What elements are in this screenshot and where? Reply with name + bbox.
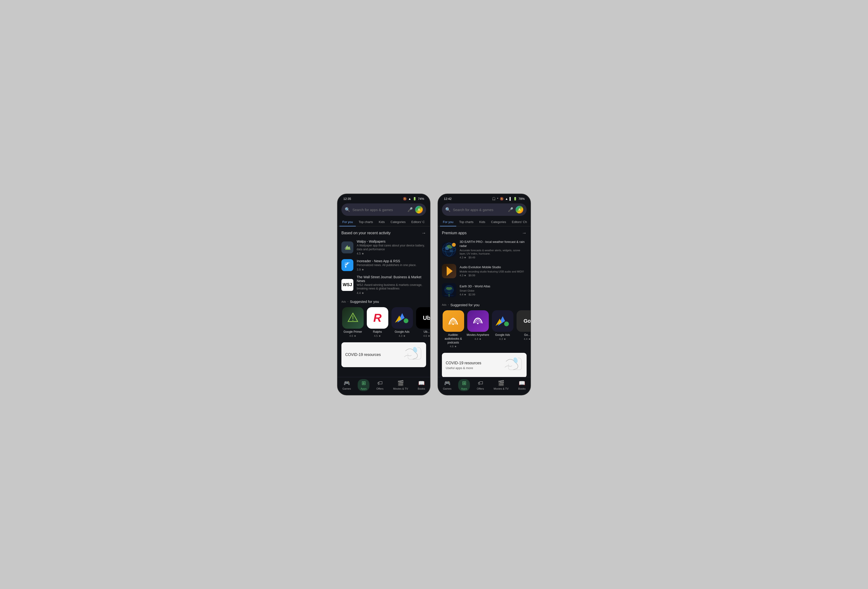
tab-kids-1[interactable]: Kids bbox=[376, 218, 388, 226]
svg-point-21 bbox=[452, 323, 454, 325]
nav-games-label-2: Games bbox=[443, 387, 451, 390]
tab-editors-1[interactable]: Editors' C bbox=[408, 218, 428, 226]
list-item[interactable]: WSJ The Wall Street Journal: Business & … bbox=[338, 273, 430, 297]
suggested-apps-1: Google Primer 4.6 ★ R Ralphs 4.5 ★ bbox=[338, 305, 430, 340]
status-bar-2: 12:42 🎧 * 🔕 ▲ ▌ 🔋 78% bbox=[438, 194, 530, 202]
svg-point-13 bbox=[450, 249, 452, 252]
nav-games-label-1: Games bbox=[342, 387, 351, 390]
mic-icon-2[interactable]: 🎤 bbox=[508, 207, 513, 212]
nav-movies-label-2: Movies & TV bbox=[494, 387, 508, 390]
ralphs-rating: 4.5 ★ bbox=[374, 334, 381, 337]
search-input-2[interactable] bbox=[453, 208, 506, 212]
list-item[interactable]: Ub Ub... 4.6 ★ bbox=[415, 307, 430, 337]
tab-editors-2[interactable]: Editors' Ch bbox=[509, 218, 530, 226]
uber-rating: 4.6 ★ bbox=[423, 334, 430, 337]
wsj-desc: WSJ: Award-winning business & markets co… bbox=[357, 283, 426, 291]
list-item[interactable]: Movies Anywhere 4.4 ★ bbox=[466, 310, 489, 348]
nav-books-label-1: Books bbox=[418, 387, 425, 390]
tab-foryou-1[interactable]: For you bbox=[340, 218, 356, 226]
search-bar-1[interactable]: 🔍 🎤 A bbox=[341, 203, 426, 216]
earth3dpro-name: 3D EARTH PRO - local weather forecast & … bbox=[460, 240, 527, 248]
avatar-1[interactable]: A bbox=[415, 206, 423, 214]
nav-apps-1[interactable]: ⊞ Apps bbox=[358, 379, 369, 391]
earth3dpro-rating: 4.3 ★ $9.49 bbox=[460, 256, 527, 259]
nav-apps-2[interactable]: ⊞ Apps bbox=[458, 379, 470, 391]
moviesanywhere-name: Movies Anywhere bbox=[466, 333, 489, 337]
wsj-info: The Wall Street Journal: Business & Mark… bbox=[357, 275, 426, 295]
ads-label-1: Ads · Suggested for you bbox=[338, 297, 430, 305]
recent-arrow[interactable]: → bbox=[421, 230, 426, 236]
nav-offers-2[interactable]: 🏷 Offers bbox=[474, 379, 487, 391]
covid-card-2[interactable]: COVID-19 resources Useful apps & more bbox=[442, 353, 527, 377]
earth3dpro-info: 3D EARTH PRO - local weather forecast & … bbox=[460, 240, 527, 259]
audible-icon bbox=[443, 310, 464, 332]
nav-movies-label-1: Movies & TV bbox=[393, 387, 408, 390]
list-item[interactable]: Google Ads 4.3 ★ bbox=[491, 310, 514, 348]
walpy-icon bbox=[341, 241, 353, 253]
premium-arrow[interactable]: → bbox=[522, 230, 527, 236]
earth3d-desc: Smart Globe bbox=[460, 289, 527, 292]
nav-games-1[interactable]: 🎮 Games bbox=[340, 379, 354, 391]
scroll-content-1: Based on your recent activity → Walpy - … bbox=[338, 226, 430, 377]
premium-section-header: Premium apps → bbox=[438, 226, 530, 238]
star-icon: ★ bbox=[362, 268, 364, 271]
search-bar-2[interactable]: 🔍 🎤 A bbox=[442, 203, 527, 216]
status-icons-2: 🎧 * 🔕 ▲ ▌ 🔋 78% bbox=[492, 197, 525, 200]
covid-card-1[interactable]: COVID-19 resources bbox=[341, 342, 426, 367]
svg-point-24 bbox=[504, 321, 509, 326]
battery-pct-2: 78% bbox=[518, 197, 525, 200]
search-input-1[interactable] bbox=[353, 208, 405, 212]
nav-books-2[interactable]: 📖 Books bbox=[515, 379, 528, 391]
movies-icon: 🎬 bbox=[397, 380, 404, 386]
list-item[interactable]: Earth 3D - World Atlas Smart Globe 4.4 ★… bbox=[438, 281, 530, 300]
list-item[interactable]: R Ralphs 4.5 ★ bbox=[366, 307, 389, 337]
nav-offers-1[interactable]: 🏷 Offers bbox=[373, 379, 387, 391]
covid-title-2: COVID-19 resources bbox=[446, 361, 481, 365]
googleads2-rating: 4.3 ★ bbox=[499, 337, 506, 341]
tab-foryou-2[interactable]: For you bbox=[440, 218, 456, 226]
list-item[interactable]: Go Go... 4.4 ★ bbox=[516, 310, 530, 348]
audioevo-rating: 4.3 ★ $9.99 bbox=[460, 274, 527, 277]
go-name: Go... bbox=[524, 333, 530, 337]
covid-sub-2: Useful apps & more bbox=[446, 366, 481, 370]
list-item[interactable]: 3D EARTH PRO - local weather forecast & … bbox=[438, 238, 530, 262]
tab-topcharts-1[interactable]: Top charts bbox=[356, 218, 376, 226]
tab-categories-1[interactable]: Categories bbox=[388, 218, 408, 226]
list-item[interactable]: Walpy - Wallpapers A Wallpaper app that … bbox=[338, 238, 430, 257]
time-2: 12:42 bbox=[444, 197, 452, 200]
phones-container: 12:35 🔕 ▲ 🔋 74% 🔍 🎤 A For you Top charts… bbox=[337, 194, 531, 395]
audioevo-name: Audio Evolution Mobile Studio bbox=[460, 265, 527, 269]
earth3d-name: Earth 3D - World Atlas bbox=[460, 284, 527, 289]
nav-offers-label-2: Offers bbox=[477, 387, 484, 390]
tab-topcharts-2[interactable]: Top charts bbox=[456, 218, 476, 226]
walpy-name: Walpy - Wallpapers bbox=[357, 240, 426, 243]
phone-1: 12:35 🔕 ▲ 🔋 74% 🔍 🎤 A For you Top charts… bbox=[337, 194, 430, 395]
wsj-rating: 4.4 ★ bbox=[357, 292, 426, 295]
tab-kids-2[interactable]: Kids bbox=[476, 218, 488, 226]
books-icon-2: 📖 bbox=[519, 380, 525, 386]
nav-movies-1[interactable]: 🎬 Movies & TV bbox=[390, 379, 411, 391]
battery-icon-2: 🔋 bbox=[513, 197, 517, 200]
earth3dpro-icon bbox=[442, 242, 456, 257]
nav-books-1[interactable]: 📖 Books bbox=[415, 379, 428, 391]
tab-categories-2[interactable]: Categories bbox=[488, 218, 509, 226]
list-item[interactable]: Audio Evolution Mobile Studio Mobile rec… bbox=[438, 262, 530, 281]
earth3dpro-desc: Accurate forecasts & weather alerts, wid… bbox=[460, 249, 527, 256]
list-item[interactable]: Inoreader - News App & RSS Personalized … bbox=[338, 257, 430, 273]
tabs-2: For you Top charts Kids Categories Edito… bbox=[438, 218, 530, 226]
avatar-2[interactable]: A bbox=[515, 206, 523, 214]
covid-icon-1 bbox=[403, 346, 422, 363]
mic-icon-1[interactable]: 🎤 bbox=[407, 207, 413, 212]
list-item[interactable]: Google Primer 4.6 ★ bbox=[341, 307, 364, 337]
list-item[interactable]: Audible: audiobooks & podcasts 4.6 ★ bbox=[442, 310, 465, 348]
bottom-nav-1: 🎮 Games ⊞ Apps 🏷 Offers 🎬 Movies & TV 📖 … bbox=[338, 377, 430, 395]
signal-icon: ▌ bbox=[509, 197, 512, 200]
primer-icon bbox=[342, 307, 364, 329]
status-bar-1: 12:35 🔕 ▲ 🔋 74% bbox=[338, 194, 430, 202]
phone-2: 12:42 🎧 * 🔕 ▲ ▌ 🔋 78% 🔍 🎤 A For you Top … bbox=[438, 194, 531, 395]
primer-name: Google Primer bbox=[344, 330, 362, 334]
list-item[interactable]: Google Ads 4.3 ★ bbox=[391, 307, 413, 337]
svg-marker-15 bbox=[447, 266, 453, 276]
nav-movies-2[interactable]: 🎬 Movies & TV bbox=[491, 379, 511, 391]
nav-games-2[interactable]: 🎮 Games bbox=[440, 379, 454, 391]
